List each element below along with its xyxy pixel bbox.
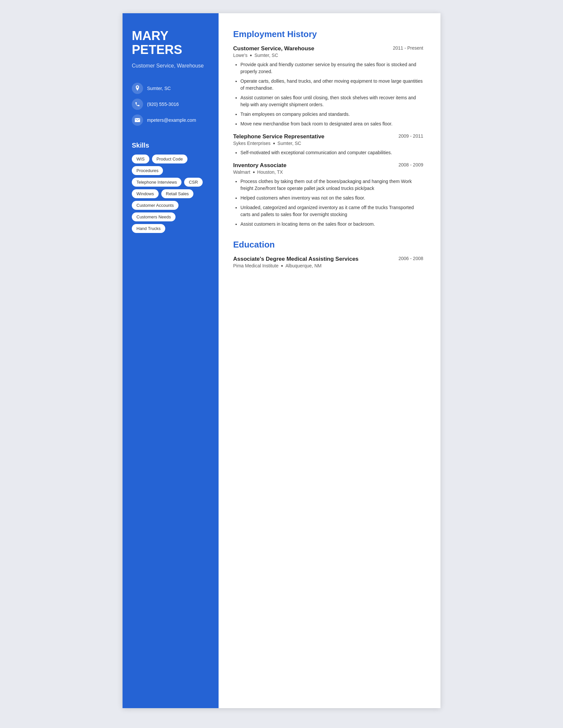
company-name: Sykes Enterprises — [233, 141, 270, 146]
email-icon — [132, 114, 143, 126]
job-bullets-list: Process clothes by taking them out of th… — [233, 178, 423, 228]
job-header: Telephone Service Representative2009 - 2… — [233, 133, 423, 140]
edu-degree: Associate's Degree Medical Assisting Ser… — [233, 256, 359, 262]
skills-section: Skills WISProduct CodeProceduresTelephon… — [132, 142, 209, 233]
job-dates: 2009 - 2011 — [399, 133, 423, 139]
separator-dot — [281, 265, 283, 267]
job-bullets-list: Self-motivated with exceptional communic… — [233, 149, 423, 156]
job-entry: Customer Service, Warehouse2011 - Presen… — [233, 45, 423, 127]
edu-header: Associate's Degree Medical Assisting Ser… — [233, 256, 423, 262]
contact-email: mpeters@example.com — [132, 114, 209, 126]
skill-tag: Product Code — [152, 155, 188, 163]
contact-phone: (920) 555-3016 — [132, 99, 209, 110]
bullet-item: Move new merchandise from back room to d… — [240, 120, 423, 127]
skill-tag: Hand Trucks — [132, 224, 165, 233]
separator-dot — [253, 171, 255, 173]
job-company: WalmartHouston, TX — [233, 169, 423, 175]
employment-heading: Employment History — [233, 29, 423, 39]
company-location: Sumter, SC — [254, 53, 278, 58]
bullet-item: Operate carts, dollies, hand trucks, and… — [240, 78, 423, 92]
job-header: Inventory Associate2008 - 2009 — [233, 162, 423, 169]
bullet-item: Process clothes by taking them out of th… — [240, 178, 423, 192]
bullet-item: Self-motivated with exceptional communic… — [240, 149, 423, 156]
bullet-item: Provide quick and friendly customer serv… — [240, 61, 423, 75]
bullet-item: Assist customer on sales floor until clo… — [240, 94, 423, 108]
skill-tag: CSR — [184, 178, 202, 187]
skill-tag: Customer Accounts — [132, 201, 178, 210]
job-title: Inventory Associate — [233, 162, 287, 169]
skill-tag: WIS — [132, 155, 149, 163]
job-title: Telephone Service Representative — [233, 133, 325, 140]
bullet-item: Assist customers in locating items on th… — [240, 221, 423, 228]
edu-container: Associate's Degree Medical Assisting Ser… — [233, 256, 423, 268]
separator-dot — [250, 55, 252, 56]
company-name: Walmart — [233, 169, 250, 175]
job-dates: 2011 - Present — [393, 45, 423, 51]
candidate-title: Customer Service, Warehouse — [132, 62, 209, 69]
email-text: mpeters@example.com — [147, 117, 196, 123]
job-company: Lowe'sSumter, SC — [233, 53, 423, 58]
job-dates: 2008 - 2009 — [399, 162, 423, 167]
company-name: Lowe's — [233, 53, 247, 58]
skill-tag: Customers Needs — [132, 212, 175, 221]
candidate-name: MARY PETERS — [132, 29, 209, 57]
phone-text: (920) 555-3016 — [147, 102, 179, 107]
contact-location: Sumter, SC — [132, 83, 209, 94]
sidebar: MARY PETERS Customer Service, Warehouse … — [122, 13, 218, 708]
school-name: Pima Medical Institute — [233, 263, 278, 268]
jobs-container: Customer Service, Warehouse2011 - Presen… — [233, 45, 423, 228]
job-entry: Telephone Service Representative2009 - 2… — [233, 133, 423, 156]
job-entry: Inventory Associate2008 - 2009WalmartHou… — [233, 162, 423, 228]
job-bullets-list: Provide quick and friendly customer serv… — [233, 61, 423, 127]
skill-tag: Procedures — [132, 166, 163, 175]
phone-icon — [132, 99, 143, 110]
bullet-item: Helped customers when inventory was not … — [240, 195, 423, 202]
edu-school: Pima Medical InstituteAlbuquerque, NM — [233, 263, 423, 268]
edu-dates: 2006 - 2008 — [399, 256, 423, 261]
bullet-item: Unloaded, categorized and organized inve… — [240, 204, 423, 218]
job-title: Customer Service, Warehouse — [233, 45, 314, 52]
contact-section: Sumter, SC (920) 555-3016 mpeters@exampl… — [132, 83, 209, 126]
school-location: Albuquerque, NM — [286, 263, 322, 268]
skills-heading: Skills — [132, 142, 209, 149]
skill-tag: Retail Sales — [161, 189, 193, 198]
bullet-item: Train employees on company policies and … — [240, 111, 423, 118]
job-company: Sykes EnterprisesSumter, SC — [233, 141, 423, 146]
education-heading: Education — [233, 240, 423, 250]
location-text: Sumter, SC — [147, 86, 171, 91]
skill-tag: Windows — [132, 189, 159, 198]
company-location: Sumter, SC — [277, 141, 302, 146]
skill-tag: Telephone Interviews — [132, 178, 181, 187]
company-location: Houston, TX — [257, 169, 283, 175]
separator-dot — [273, 143, 275, 144]
skills-tags: WISProduct CodeProceduresTelephone Inter… — [132, 155, 209, 233]
main-content: Employment History Customer Service, War… — [218, 13, 441, 708]
job-header: Customer Service, Warehouse2011 - Presen… — [233, 45, 423, 52]
location-icon — [132, 83, 143, 94]
edu-entry: Associate's Degree Medical Assisting Ser… — [233, 256, 423, 268]
resume-container: MARY PETERS Customer Service, Warehouse … — [122, 13, 441, 708]
